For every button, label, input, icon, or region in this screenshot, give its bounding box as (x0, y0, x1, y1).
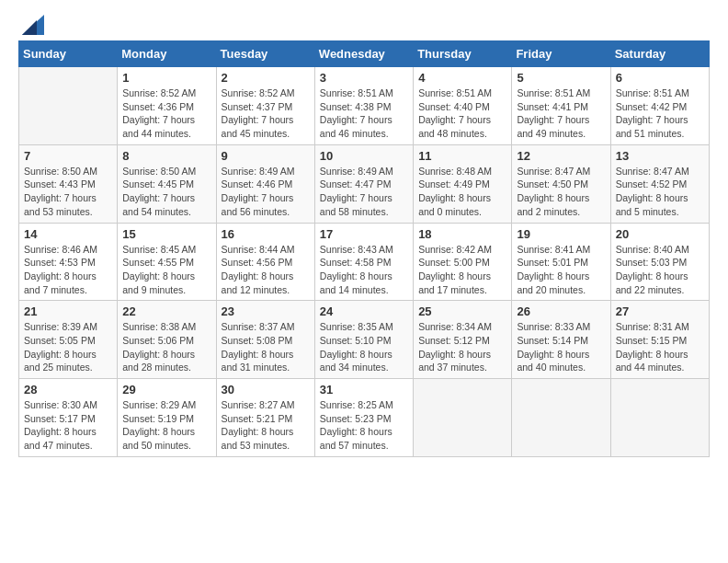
day-info: Sunrise: 8:35 AM Sunset: 5:10 PM Dayligh… (320, 320, 408, 374)
day-info: Sunrise: 8:27 AM Sunset: 5:21 PM Dayligh… (222, 398, 310, 453)
day-cell: 22Sunrise: 8:38 AM Sunset: 5:06 PM Dayli… (118, 301, 216, 379)
calendar-header-row: SundayMondayTuesdayWednesdayThursdayFrid… (19, 41, 710, 67)
logo-icon (22, 15, 44, 35)
day-info: Sunrise: 8:34 AM Sunset: 5:12 PM Dayligh… (418, 320, 506, 374)
day-cell: 26Sunrise: 8:33 AM Sunset: 5:14 PM Dayli… (512, 301, 610, 379)
day-cell: 13Sunrise: 8:47 AM Sunset: 4:52 PM Dayli… (610, 144, 709, 223)
logo (18, 15, 44, 35)
day-number: 25 (418, 304, 506, 318)
day-info: Sunrise: 8:49 AM Sunset: 4:47 PM Dayligh… (320, 165, 408, 219)
day-info: Sunrise: 8:51 AM Sunset: 4:42 PM Dayligh… (616, 86, 704, 141)
day-info: Sunrise: 8:49 AM Sunset: 4:46 PM Dayligh… (222, 165, 310, 219)
day-number: 16 (222, 227, 310, 241)
day-cell: 12Sunrise: 8:47 AM Sunset: 4:50 PM Dayli… (512, 144, 610, 223)
day-info: Sunrise: 8:45 AM Sunset: 4:55 PM Dayligh… (122, 243, 210, 297)
day-number: 28 (24, 383, 112, 396)
day-info: Sunrise: 8:50 AM Sunset: 4:43 PM Dayligh… (24, 165, 112, 219)
header-monday: Monday (118, 41, 216, 67)
day-info: Sunrise: 8:30 AM Sunset: 5:17 PM Dayligh… (24, 398, 112, 453)
week-row-5: 28Sunrise: 8:30 AM Sunset: 5:17 PM Dayli… (19, 379, 710, 457)
day-cell: 31Sunrise: 8:25 AM Sunset: 5:23 PM Dayli… (314, 379, 413, 457)
day-number: 17 (320, 227, 408, 241)
day-cell: 1Sunrise: 8:52 AM Sunset: 4:36 PM Daylig… (118, 67, 216, 145)
day-info: Sunrise: 8:29 AM Sunset: 5:19 PM Dayligh… (122, 398, 210, 453)
day-cell: 4Sunrise: 8:51 AM Sunset: 4:40 PM Daylig… (414, 67, 512, 145)
header-wednesday: Wednesday (314, 41, 413, 67)
day-info: Sunrise: 8:37 AM Sunset: 5:08 PM Dayligh… (222, 320, 310, 374)
day-cell: 23Sunrise: 8:37 AM Sunset: 5:08 PM Dayli… (216, 301, 314, 379)
day-info: Sunrise: 8:50 AM Sunset: 4:45 PM Dayligh… (122, 165, 210, 219)
day-cell: 6Sunrise: 8:51 AM Sunset: 4:42 PM Daylig… (610, 67, 709, 145)
day-info: Sunrise: 8:51 AM Sunset: 4:41 PM Dayligh… (517, 86, 605, 141)
header-sunday: Sunday (19, 41, 118, 67)
header-tuesday: Tuesday (216, 41, 314, 67)
day-number: 30 (222, 383, 310, 396)
day-number: 21 (24, 304, 112, 318)
day-number: 26 (517, 304, 605, 318)
day-info: Sunrise: 8:47 AM Sunset: 4:52 PM Dayligh… (616, 165, 704, 219)
week-row-3: 14Sunrise: 8:46 AM Sunset: 4:53 PM Dayli… (19, 223, 710, 301)
day-cell: 18Sunrise: 8:42 AM Sunset: 5:00 PM Dayli… (414, 223, 512, 301)
day-info: Sunrise: 8:52 AM Sunset: 4:37 PM Dayligh… (222, 86, 310, 141)
day-number: 3 (320, 71, 408, 85)
day-number: 31 (320, 383, 408, 396)
day-info: Sunrise: 8:42 AM Sunset: 5:00 PM Dayligh… (418, 243, 506, 297)
day-number: 22 (122, 304, 210, 318)
day-info: Sunrise: 8:47 AM Sunset: 4:50 PM Dayligh… (517, 165, 605, 219)
day-info: Sunrise: 8:33 AM Sunset: 5:14 PM Dayligh… (517, 320, 605, 374)
day-number: 9 (222, 149, 310, 163)
day-number: 20 (616, 227, 704, 241)
day-cell: 29Sunrise: 8:29 AM Sunset: 5:19 PM Dayli… (118, 379, 216, 457)
day-cell: 21Sunrise: 8:39 AM Sunset: 5:05 PM Dayli… (19, 301, 118, 379)
day-cell: 16Sunrise: 8:44 AM Sunset: 4:56 PM Dayli… (216, 223, 314, 301)
header-friday: Friday (512, 41, 610, 67)
day-cell: 3Sunrise: 8:51 AM Sunset: 4:38 PM Daylig… (314, 67, 413, 145)
day-number: 15 (122, 227, 210, 241)
week-row-4: 21Sunrise: 8:39 AM Sunset: 5:05 PM Dayli… (19, 301, 710, 379)
day-info: Sunrise: 8:39 AM Sunset: 5:05 PM Dayligh… (24, 320, 112, 374)
svg-marker-1 (22, 20, 37, 35)
day-cell (19, 67, 118, 145)
day-number: 1 (122, 71, 210, 85)
day-number: 11 (418, 149, 506, 163)
day-info: Sunrise: 8:51 AM Sunset: 4:40 PM Dayligh… (418, 86, 506, 141)
day-cell: 11Sunrise: 8:48 AM Sunset: 4:49 PM Dayli… (414, 144, 512, 223)
header-saturday: Saturday (610, 41, 709, 67)
day-cell: 19Sunrise: 8:41 AM Sunset: 5:01 PM Dayli… (512, 223, 610, 301)
day-cell: 30Sunrise: 8:27 AM Sunset: 5:21 PM Dayli… (216, 379, 314, 457)
day-number: 19 (517, 227, 605, 241)
page-header (18, 15, 710, 35)
day-cell: 20Sunrise: 8:40 AM Sunset: 5:03 PM Dayli… (610, 223, 709, 301)
day-info: Sunrise: 8:46 AM Sunset: 4:53 PM Dayligh… (24, 243, 112, 297)
calendar-table: SundayMondayTuesdayWednesdayThursdayFrid… (18, 40, 710, 457)
day-number: 29 (122, 383, 210, 396)
day-cell (610, 379, 709, 457)
day-number: 7 (24, 149, 112, 163)
day-number: 5 (517, 71, 605, 85)
week-row-1: 1Sunrise: 8:52 AM Sunset: 4:36 PM Daylig… (19, 67, 710, 145)
day-number: 13 (616, 149, 704, 163)
day-number: 27 (616, 304, 704, 318)
day-cell: 5Sunrise: 8:51 AM Sunset: 4:41 PM Daylig… (512, 67, 610, 145)
day-cell: 28Sunrise: 8:30 AM Sunset: 5:17 PM Dayli… (19, 379, 118, 457)
day-cell: 10Sunrise: 8:49 AM Sunset: 4:47 PM Dayli… (314, 144, 413, 223)
day-cell: 25Sunrise: 8:34 AM Sunset: 5:12 PM Dayli… (414, 301, 512, 379)
day-cell: 9Sunrise: 8:49 AM Sunset: 4:46 PM Daylig… (216, 144, 314, 223)
day-cell (512, 379, 610, 457)
week-row-2: 7Sunrise: 8:50 AM Sunset: 4:43 PM Daylig… (19, 144, 710, 223)
day-number: 14 (24, 227, 112, 241)
header-thursday: Thursday (414, 41, 512, 67)
day-number: 6 (616, 71, 704, 85)
day-info: Sunrise: 8:44 AM Sunset: 4:56 PM Dayligh… (222, 243, 310, 297)
day-cell: 15Sunrise: 8:45 AM Sunset: 4:55 PM Dayli… (118, 223, 216, 301)
day-number: 10 (320, 149, 408, 163)
day-info: Sunrise: 8:43 AM Sunset: 4:58 PM Dayligh… (320, 243, 408, 297)
day-cell: 7Sunrise: 8:50 AM Sunset: 4:43 PM Daylig… (19, 144, 118, 223)
day-cell: 8Sunrise: 8:50 AM Sunset: 4:45 PM Daylig… (118, 144, 216, 223)
day-info: Sunrise: 8:51 AM Sunset: 4:38 PM Dayligh… (320, 86, 408, 141)
day-number: 12 (517, 149, 605, 163)
day-cell: 14Sunrise: 8:46 AM Sunset: 4:53 PM Dayli… (19, 223, 118, 301)
day-info: Sunrise: 8:40 AM Sunset: 5:03 PM Dayligh… (616, 243, 704, 297)
day-number: 23 (222, 304, 310, 318)
day-cell: 27Sunrise: 8:31 AM Sunset: 5:15 PM Dayli… (610, 301, 709, 379)
